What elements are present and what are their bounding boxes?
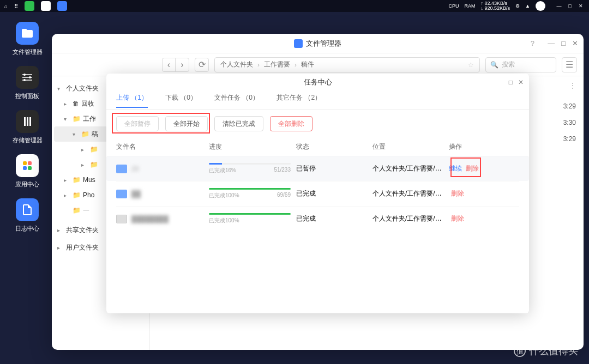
maximize-button[interactable]: □ [566,2,574,10]
task-center-window: 任务中心 □ ✕ 上传 （1） 下载 （0） 文件任务 （0） 其它任务 （2）… [106,74,529,313]
folder-icon [116,165,127,173]
delete-button[interactable]: 删除 [451,190,464,197]
ram-meter: RAM [465,3,476,9]
table-row[interactable]: 20 已完成16%51/233 已暂停 个人文件夹/工作需要/… 继续 删除 [106,156,529,181]
dock-app-center[interactable]: 应用中心 [5,154,49,189]
folder-icon [116,190,127,198]
window-close[interactable]: ✕ [572,39,578,47]
pause-all-button[interactable]: 全部暂停 [116,116,159,131]
settings-icon[interactable]: ⚙ [515,3,520,9]
svg-rect-9 [28,166,32,170]
home-icon[interactable]: ⌂ [4,3,8,9]
apps-icon[interactable]: ⠿ [14,3,18,9]
topbar-app-2[interactable] [41,1,51,11]
topbar-app-1[interactable] [25,1,34,11]
search-icon: 🔍 [490,61,498,69]
dock-control-panel[interactable]: 控制面板 [5,66,49,100]
tab-upload[interactable]: 上传 （1） [116,93,148,108]
dock-file-manager[interactable]: 文件管理器 [5,22,49,56]
close-button[interactable]: ✕ [577,2,585,10]
task-titlebar: 任务中心 □ ✕ [106,74,529,91]
task-maximize[interactable]: □ [509,78,513,86]
avatar[interactable] [536,1,545,11]
desktop-dock: 文件管理器 控制面板 存储管理器 应用中心 日志中心 [5,22,49,233]
refresh-button[interactable]: ⟳ [195,58,209,72]
col-status: 状态 [296,142,372,151]
svg-rect-4 [27,117,28,126]
notification-icon[interactable]: ▲ [525,3,530,9]
cpu-meter: CPU [449,3,459,9]
dock-log-center[interactable]: 日志中心 [5,198,49,233]
more-icon[interactable]: ⋮ [569,82,576,89]
window-minimize[interactable]: — [548,39,555,47]
svg-rect-7 [28,161,32,165]
system-topbar: ⌂ ⠿ CPU RAM ↑ 82.43KB/s ↓ 920.52KB/s ⚙ ▲… [0,0,589,12]
task-actions: 全部暂停 全部开始 清除已完成 全部删除 [106,110,529,138]
toolbar: ‹ › ⟳ 个人文件夹 › 工作需要 › 稿件 ☆ 🔍 搜索 ☰ [52,53,584,76]
nav-back[interactable]: ‹ [163,58,176,71]
window-maximize[interactable]: □ [561,39,566,47]
svg-rect-5 [29,117,31,126]
col-location: 位置 [372,142,449,151]
task-table: 文件名 进度 状态 位置 操作 20 已完成16%51/233 已暂停 个人文件… [106,138,529,231]
continue-button[interactable]: 继续 [449,165,462,172]
network-stats: ↑ 82.43KB/s ↓ 920.52KB/s [481,1,510,11]
dock-storage-manager[interactable]: 存储管理器 [5,110,49,144]
clear-done-button[interactable]: 清除已完成 [214,116,263,131]
favorite-icon[interactable]: ☆ [468,61,474,69]
tab-other[interactable]: 其它任务 （2） [277,93,321,107]
start-all-button[interactable]: 全部开始 [165,116,208,131]
search-input[interactable]: 🔍 搜索 [485,57,556,72]
window-title: 文件管理器 [306,39,341,48]
topbar-app-3[interactable] [57,1,67,11]
svg-rect-6 [23,161,27,165]
watermark: 值 什么值得买 [514,344,578,357]
help-icon[interactable]: ? [531,39,534,47]
nav-forward[interactable]: › [176,58,189,71]
app-icon [294,39,303,48]
col-name: 文件名 [116,142,209,151]
document-icon [116,215,127,223]
window-titlebar: 文件管理器 ? — □ ✕ [52,34,584,53]
minimize-button[interactable]: — [555,2,563,10]
tab-download[interactable]: 下载 （0） [165,93,197,107]
table-row[interactable]: ██ 已完成100%69/69 已完成 个人文件夹/工作需要/… 删除 [116,181,519,206]
breadcrumb[interactable]: 个人文件夹 › 工作需要 › 稿件 ☆ [214,57,480,72]
tab-file-task[interactable]: 文件任务 （0） [214,93,259,107]
svg-rect-8 [23,166,27,170]
delete-button[interactable]: 删除 [451,215,464,222]
task-tabs: 上传 （1） 下载 （0） 文件任务 （0） 其它任务 （2） [106,91,529,110]
svg-rect-3 [24,117,26,126]
table-row[interactable]: ████████ 已完成100% 已完成 个人文件夹/工作需要/… 删除 [116,206,519,231]
col-progress: 进度 [209,142,296,151]
delete-all-button[interactable]: 全部删除 [270,116,312,131]
delete-button[interactable]: 删除 [466,165,479,172]
col-action: 操作 [449,142,519,151]
task-close[interactable]: ✕ [518,78,524,86]
view-mode-icon[interactable]: ☰ [562,57,577,72]
svg-text:值: 值 [516,347,524,355]
